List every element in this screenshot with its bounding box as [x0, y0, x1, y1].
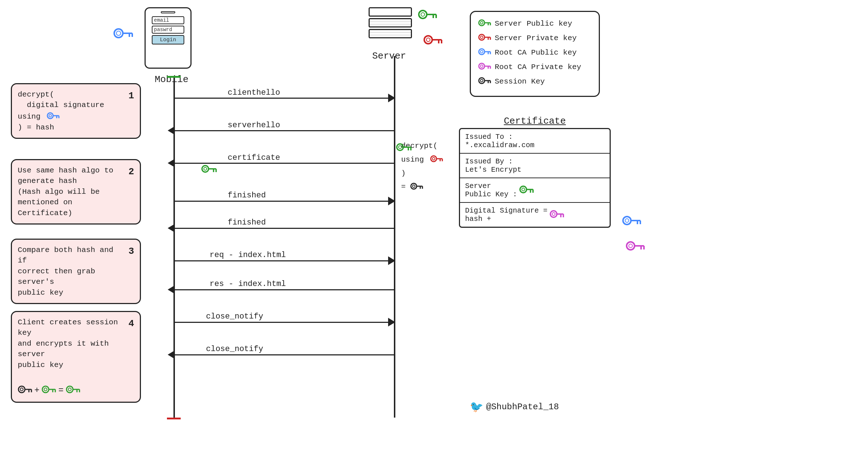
svg-point-55	[479, 78, 485, 84]
step-4-text: Client creates session keyand encrypts i…	[18, 318, 118, 369]
step-3-number: 3	[128, 245, 134, 258]
legend-row-rootca-public: Root CA Public key	[478, 47, 592, 58]
cert-digital-signature: Digital Signature =hash +	[460, 203, 610, 227]
label-res: res - index.html	[210, 279, 286, 289]
twitter-handle: @ShubhPatel_18	[486, 402, 559, 412]
svg-point-5	[419, 10, 427, 18]
svg-point-25	[411, 183, 417, 189]
svg-point-46	[481, 51, 483, 53]
step-box-1: 1 decrypt( digital signature using ) = h…	[11, 83, 141, 139]
legend-row-rootca-private: Root CA Private key	[478, 61, 592, 73]
twitter-attribution: 🐦 @ShubhPatel_18	[470, 400, 559, 414]
legend-rootca-private-label: Root CA Private key	[495, 63, 581, 71]
cert-issued-by-text: Issued By :Let's Encrypt	[465, 157, 521, 174]
label-finished1: finished	[228, 191, 266, 200]
svg-point-90	[42, 386, 49, 393]
cert-green-key-server	[396, 141, 412, 157]
svg-point-50	[479, 63, 485, 69]
step-4-number: 4	[128, 317, 134, 330]
step-4-key-expr: + =	[18, 384, 134, 397]
arrow-close2-line	[175, 354, 394, 355]
svg-point-60	[520, 186, 527, 193]
svg-point-30	[397, 144, 403, 150]
arrow-req-line	[175, 260, 394, 261]
svg-point-0	[114, 29, 123, 38]
legend-box: Server Public key Server Private key Roo	[470, 11, 600, 97]
svg-point-21	[432, 158, 435, 160]
legend-rootca-public-label: Root CA Public key	[495, 48, 577, 57]
svg-point-70	[623, 217, 631, 225]
diagram-container: email paswrd Login Mobile Server	[0, 0, 868, 457]
arrow-clienthello-line	[175, 98, 394, 99]
svg-point-51	[481, 65, 483, 68]
arrow-res-line	[175, 289, 394, 290]
svg-point-6	[421, 13, 425, 16]
server-red-key-icon	[423, 33, 443, 52]
legend-server-private-label: Server Private key	[495, 34, 577, 42]
legend-server-public-label: Server Public key	[495, 20, 572, 28]
plus-sign: +	[34, 384, 39, 397]
step-3-text: Compare both hash and ifcorrect then gra…	[18, 246, 113, 297]
email-field: email	[152, 16, 184, 24]
label-close1: close_notify	[206, 312, 263, 321]
arrow-close1-head	[388, 318, 395, 326]
server-sequence-line	[394, 56, 395, 418]
svg-point-15	[202, 166, 209, 172]
svg-point-1	[116, 31, 121, 35]
arrow-res-head	[168, 285, 175, 294]
step-box-2: 2 Use same hash algo togenerate hash(Has…	[11, 159, 141, 225]
arrow-finished1-head	[388, 197, 395, 205]
cert-issued-to-text: Issued To :*.excalidraw.com	[465, 133, 534, 149]
arrow-serverhello-head	[168, 126, 175, 135]
arrow-clienthello-head	[388, 94, 395, 102]
label-certificate: certificate	[228, 153, 280, 162]
mobile-top-bar	[161, 11, 175, 13]
legend-row-server-private: Server Private key	[478, 32, 592, 44]
twitter-bird-icon: 🐦	[470, 400, 483, 414]
svg-point-20	[431, 156, 437, 162]
password-field: paswrd	[152, 26, 184, 34]
svg-point-86	[20, 388, 23, 391]
decrypt-paren: )	[401, 169, 406, 178]
arrow-req-head	[388, 256, 395, 265]
arrow-certificate-head	[168, 159, 175, 167]
step-box-4: 4 Client creates session keyand encrypts…	[11, 311, 141, 403]
svg-point-80	[47, 113, 53, 119]
legend-session-label: Session Key	[495, 77, 545, 86]
cert-ds-label: Digital Signature =hash +	[465, 206, 547, 223]
step-1-text2: digital signature using	[18, 101, 104, 120]
legend-row-server-public: Server Public key	[478, 18, 592, 29]
svg-point-66	[552, 213, 555, 215]
blue-key-cert-icon	[622, 213, 641, 232]
magenta-key-cert-icon	[625, 239, 645, 258]
arrow-serverhello-line	[175, 130, 394, 131]
arrow-finished1-line	[175, 201, 394, 202]
step-2-number: 2	[128, 165, 134, 178]
certificate-title: Certificate	[459, 116, 611, 127]
server-device	[369, 7, 412, 38]
svg-point-75	[627, 242, 635, 250]
cert-green-key-client	[201, 163, 217, 179]
arrow-finished2-head	[168, 224, 175, 232]
equals-sign: =	[58, 384, 63, 397]
arrow-finished2-line	[175, 228, 394, 229]
svg-point-45	[479, 49, 485, 55]
svg-point-76	[629, 244, 632, 248]
svg-point-41	[481, 36, 483, 39]
cert-issued-by: Issued By :Let's Encrypt	[460, 154, 610, 178]
svg-point-85	[18, 386, 25, 393]
svg-point-36	[481, 22, 483, 24]
arrow-close1-line	[175, 322, 394, 323]
step-1-text3: ) = hash	[18, 123, 54, 132]
decrypt-equals: =	[401, 183, 410, 191]
step-box-3: 3 Compare both hash and ifcorrect then g…	[11, 239, 141, 304]
label-close2: close_notify	[206, 345, 263, 354]
step-1-number: 1	[128, 89, 134, 102]
label-req: req - index.html	[210, 251, 286, 260]
cert-server-public-key: ServerPublic Key :	[460, 178, 610, 203]
mobile-start-tick	[167, 76, 181, 78]
cert-issued-to: Issued To :*.excalidraw.com	[460, 129, 610, 154]
blue-key-mobile-icon	[112, 25, 134, 45]
arrow-close2-head	[168, 350, 175, 359]
cert-spk-label: ServerPublic Key :	[465, 182, 517, 198]
